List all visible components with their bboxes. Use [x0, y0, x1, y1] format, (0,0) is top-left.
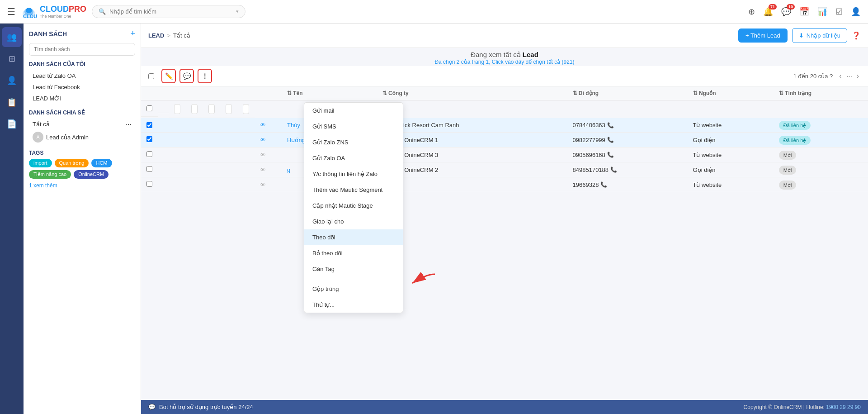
logo: CLOUD CLOUDPRO The Number One: [21, 4, 86, 20]
row-status-cell: Đã liên hệ: [774, 118, 868, 133]
phone-icon[interactable]: 📞: [607, 122, 614, 128]
row-source: Gọi điện: [693, 137, 716, 143]
sidebar-shared-all[interactable]: Tất cả ⋯: [29, 119, 135, 130]
select-all-checkbox[interactable]: [148, 73, 154, 79]
row-source-cell: Từ website: [688, 177, 774, 192]
row-status-cell: Mới: [774, 177, 868, 192]
menu-item-gop-trung[interactable]: Gộp trùng: [304, 281, 403, 297]
view-title-bold: Lead: [523, 51, 538, 58]
nav-contacts-icon[interactable]: 📋: [2, 92, 22, 112]
phone-icon[interactable]: 📞: [607, 152, 614, 158]
nav-doc-icon[interactable]: 📄: [2, 114, 22, 134]
row-checkbox[interactable]: [146, 166, 152, 172]
filter-name-input[interactable]: [174, 104, 180, 114]
row-name[interactable]: g: [287, 167, 290, 173]
calendar-icon[interactable]: 📅: [799, 7, 809, 17]
row-view-icon[interactable]: 👁: [260, 167, 266, 173]
menu-item-gui-sms[interactable]: Gửi SMS: [304, 119, 403, 134]
tag-quan-trong[interactable]: Quan trọng: [55, 159, 89, 167]
breadcrumb: LEAD > Tất cả: [148, 32, 190, 39]
sidebar-search[interactable]: [29, 43, 135, 56]
row-view-icon[interactable]: 👁: [260, 152, 266, 158]
row-phone: 0982277999: [573, 137, 605, 143]
sidebar-item-facebook[interactable]: Lead từ Facebook: [29, 81, 135, 93]
row-checkbox[interactable]: [146, 151, 152, 157]
notifications-icon[interactable]: 🔔 71: [763, 7, 773, 17]
menu-item-mautic-segment[interactable]: Thêm vào Mautic Segment: [304, 182, 403, 198]
add-icon[interactable]: ⊕: [748, 7, 755, 17]
prev-page-button[interactable]: ‹: [837, 71, 843, 81]
view-subtitle[interactable]: Đã chọn 2 của trang 1, Click vào đây để …: [141, 59, 868, 65]
import-button[interactable]: ⬇ Nhập dữ liệu: [792, 28, 847, 43]
help-icon-button[interactable]: ❓: [852, 31, 861, 40]
hotline-number[interactable]: 1900 29 29 90: [826, 404, 861, 410]
filter-company-input[interactable]: [191, 104, 198, 114]
menu-item-gui-zalo-zns[interactable]: Gửi Zalo ZNS: [304, 134, 403, 150]
shared-lists-title: DANH SÁCH CHIA SẺ: [29, 109, 135, 116]
search-list-input[interactable]: [29, 43, 135, 56]
menu-item-thu-tu[interactable]: Thứ tự...: [304, 297, 403, 313]
row-view-icon[interactable]: 👁: [260, 122, 266, 128]
global-search[interactable]: 🔍 ▾: [92, 5, 245, 18]
search-input[interactable]: [109, 8, 232, 15]
tag-import[interactable]: import: [29, 159, 52, 167]
menu-item-gan-tag[interactable]: Gán Tag: [304, 261, 403, 277]
comment-icon-button[interactable]: 💬: [179, 69, 194, 83]
phone-icon[interactable]: 📞: [610, 167, 617, 173]
row-checkbox-cell: [141, 162, 255, 177]
filter-source-input[interactable]: [226, 104, 232, 114]
row-status: Mới: [779, 151, 797, 160]
sidebar-item-lead-moi[interactable]: LEAD MỚI: [29, 93, 135, 104]
row-view-icon[interactable]: 👁: [260, 137, 266, 143]
breadcrumb-lead[interactable]: LEAD: [148, 32, 164, 39]
row-checkbox[interactable]: [146, 181, 152, 187]
filter-checkbox[interactable]: [146, 105, 152, 111]
more-actions-button[interactable]: ⋮: [198, 69, 212, 83]
row-phone: 0784406363: [573, 122, 605, 128]
search-dropdown-icon[interactable]: ▾: [236, 9, 239, 14]
page-options-button[interactable]: ⋯: [846, 73, 852, 80]
menu-item-mautic-stage[interactable]: Cập nhật Mautic Stage: [304, 198, 403, 214]
menu-item-giao-lai[interactable]: Giao lại cho: [304, 214, 403, 229]
phone-icon[interactable]: 📞: [607, 137, 614, 143]
sidebar-add-button[interactable]: +: [130, 29, 135, 38]
row-name[interactable]: Thúy: [287, 122, 300, 128]
edit-icon-button[interactable]: ✏️: [161, 69, 176, 83]
menu-item-yc-zalo[interactable]: Y/c thông tin liên hệ Zalo: [304, 166, 403, 182]
tasks-icon[interactable]: ☑: [835, 7, 843, 17]
add-lead-button[interactable]: + Thêm Lead: [738, 29, 788, 43]
row-checkbox-cell: [141, 133, 255, 148]
messages-icon[interactable]: 💬 10: [781, 7, 791, 17]
select-all-link[interactable]: Đã chọn 2 của trang 1, Click vào đây để …: [434, 59, 574, 65]
menu-item-bo-theo-doi[interactable]: Bỏ theo dõi: [304, 245, 403, 261]
tag-hcm[interactable]: HCM: [91, 159, 112, 167]
hamburger-icon[interactable]: ☰: [7, 6, 15, 17]
menu-item-gui-mail[interactable]: Gửi mail: [304, 103, 403, 119]
filter-status-input[interactable]: [243, 104, 249, 114]
row-checkbox[interactable]: [146, 136, 152, 142]
menu-item-gui-zalo-oa[interactable]: Gửi Zalo OA: [304, 150, 403, 166]
nav-grid-icon[interactable]: ⊞: [2, 49, 22, 69]
chart-icon[interactable]: 📊: [817, 7, 827, 17]
row-view-icon[interactable]: 👁: [260, 181, 266, 188]
row-checkbox[interactable]: [146, 122, 152, 128]
nav-person-icon[interactable]: 👤: [2, 71, 22, 90]
phone-icon[interactable]: 📞: [600, 181, 607, 188]
menu-item-theo-doi[interactable]: Theo dõi: [304, 229, 403, 245]
row-source-cell: Từ website: [688, 148, 774, 162]
sidebar-header: DANH SÁCH +: [29, 29, 135, 38]
tag-tiem-nang[interactable]: Tiềm năng cao: [29, 170, 71, 179]
shared-all-menu-icon[interactable]: ⋯: [126, 121, 132, 128]
next-page-button[interactable]: ›: [855, 71, 861, 81]
see-more-link[interactable]: 1 xem thêm: [29, 182, 135, 189]
sidebar-item-zalo-oa[interactable]: Lead từ Zalo OA: [29, 70, 135, 81]
tag-onlinecrm[interactable]: OnlineCRM: [74, 170, 108, 179]
row-source: Gọi điện: [693, 167, 716, 173]
filter-phone-input[interactable]: [208, 104, 215, 114]
user-icon[interactable]: 👤: [851, 7, 861, 17]
row-status-cell: Mới: [774, 148, 868, 162]
sidebar-shared-admin[interactable]: A Lead của Admin: [29, 130, 135, 144]
breadcrumb-current: Tất cả: [173, 32, 190, 39]
filter-action-cell: [158, 105, 169, 113]
nav-users-icon[interactable]: 👥: [2, 27, 22, 47]
